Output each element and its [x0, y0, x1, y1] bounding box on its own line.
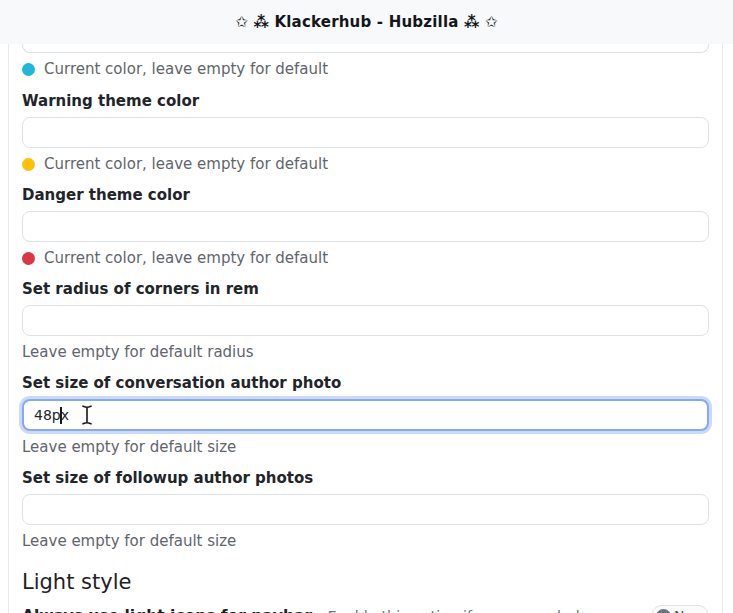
danger-color-hint: Current color, leave empty for default — [22, 248, 709, 268]
navbar-light-icons-label: Always use light icons for navbar — [22, 607, 312, 613]
text-caret — [60, 407, 62, 424]
followup-photo-size-input[interactable] — [22, 494, 709, 525]
light-style-heading: Light style — [22, 568, 709, 596]
conversation-photo-size-input[interactable] — [22, 399, 709, 431]
followup-photo-size-group: Set size of followup author photos Leave… — [22, 468, 709, 551]
toggle-state-label: No — [674, 606, 693, 613]
danger-dot-icon — [22, 252, 35, 265]
warning-theme-color-input[interactable] — [22, 117, 709, 148]
warning-color-group: Warning theme color Current color, leave… — [22, 91, 709, 174]
danger-theme-color-input[interactable] — [22, 211, 709, 242]
spacer — [317, 606, 322, 613]
focused-input-wrap — [22, 399, 709, 431]
danger-color-label: Danger theme color — [22, 185, 709, 206]
conversation-photo-size-label: Set size of conversation author photo — [22, 373, 709, 394]
conversation-photo-size-group: Set size of conversation author photo Le… — [22, 373, 709, 457]
followup-photo-size-hint: Leave empty for default size — [22, 531, 709, 551]
info-dot-icon — [22, 63, 35, 76]
hint-text: Current color, leave empty for default — [44, 248, 328, 268]
corner-radius-group: Set radius of corners in rem Leave empty… — [22, 279, 709, 362]
info-color-hint: Current color, leave empty for default — [22, 59, 709, 79]
corner-radius-hint: Leave empty for default radius — [22, 342, 709, 362]
info-theme-color-input[interactable] — [22, 44, 709, 53]
followup-photo-size-label: Set size of followup author photos — [22, 468, 709, 489]
toggle-knob-icon — [656, 609, 671, 613]
corner-radius-input[interactable] — [22, 305, 709, 336]
hint-text: Current color, leave empty for default — [44, 59, 328, 79]
warning-color-hint: Current color, leave empty for default — [22, 154, 709, 174]
navbar-light-icons-toggle[interactable]: No — [651, 605, 709, 613]
danger-color-group: Danger theme color Current color, leave … — [22, 185, 709, 268]
warning-color-label: Warning theme color — [22, 91, 709, 112]
hint-text: Current color, leave empty for default — [44, 154, 328, 174]
conversation-photo-size-hint: Leave empty for default size — [22, 437, 709, 457]
corner-radius-label: Set radius of corners in rem — [22, 279, 709, 300]
page-title: ✩ ⁂ Klackerhub - Hubzilla ⁂ ✩ — [235, 13, 497, 31]
warning-dot-icon — [22, 158, 35, 171]
navbar: ✩ ⁂ Klackerhub - Hubzilla ⁂ ✩ — [0, 0, 733, 44]
navbar-light-icons-row: Always use light icons for navbar Enable… — [22, 605, 709, 613]
settings-panel: Current color, leave empty for default W… — [8, 44, 723, 613]
